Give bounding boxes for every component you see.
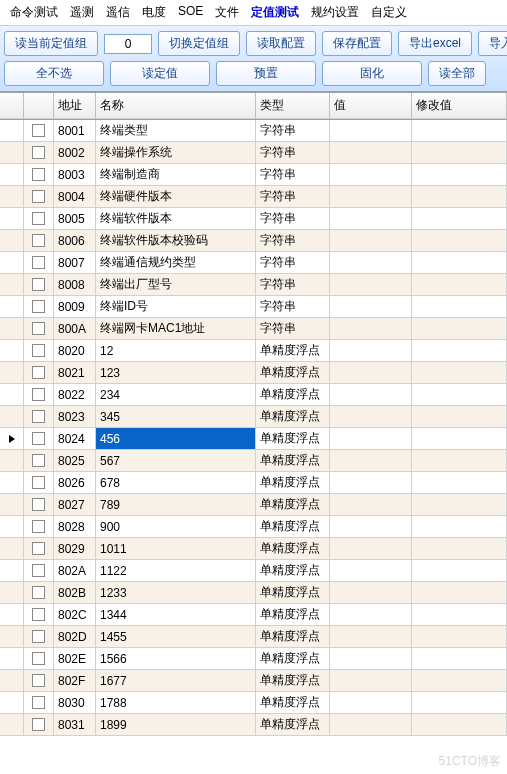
cell-value[interactable] xyxy=(330,230,412,252)
cell-name[interactable]: 900 xyxy=(96,516,256,538)
row-checkbox[interactable] xyxy=(32,124,45,137)
menu-item-5[interactable]: 文件 xyxy=(209,2,245,23)
cell-type[interactable]: 单精度浮点 xyxy=(256,670,330,692)
cell-type[interactable]: 单精度浮点 xyxy=(256,384,330,406)
cell-name[interactable]: 终端网卡MAC1地址 xyxy=(96,318,256,340)
row-checkbox[interactable] xyxy=(32,212,45,225)
row-checkbox[interactable] xyxy=(32,674,45,687)
cell-address[interactable]: 802F xyxy=(54,670,96,692)
cell-value[interactable] xyxy=(330,692,412,714)
row-checkbox[interactable] xyxy=(32,520,45,533)
cell-type[interactable]: 字符串 xyxy=(256,208,330,230)
cell-mod-value[interactable] xyxy=(412,384,507,406)
cell-address[interactable]: 8008 xyxy=(54,274,96,296)
cell-mod-value[interactable] xyxy=(412,494,507,516)
cell-type[interactable]: 单精度浮点 xyxy=(256,692,330,714)
row-checkbox[interactable] xyxy=(32,278,45,291)
table-row[interactable]: 8003终端制造商字符串 xyxy=(0,164,507,186)
row-checkbox[interactable] xyxy=(32,498,45,511)
row-checkbox[interactable] xyxy=(32,696,45,709)
cell-type[interactable]: 字符串 xyxy=(256,252,330,274)
cell-address[interactable]: 802E xyxy=(54,648,96,670)
cell-type[interactable]: 单精度浮点 xyxy=(256,340,330,362)
cell-type[interactable]: 单精度浮点 xyxy=(256,626,330,648)
cell-name[interactable]: 终端制造商 xyxy=(96,164,256,186)
table-row[interactable]: 8026678单精度浮点 xyxy=(0,472,507,494)
export-excel-button[interactable]: 导出excel xyxy=(398,31,472,56)
table-row[interactable]: 8006终端软件版本校验码字符串 xyxy=(0,230,507,252)
table-row[interactable]: 8008终端出厂型号字符串 xyxy=(0,274,507,296)
import-button[interactable]: 导入 xyxy=(478,31,507,56)
cell-value[interactable] xyxy=(330,494,412,516)
table-row[interactable]: 802C1344单精度浮点 xyxy=(0,604,507,626)
cell-name[interactable]: 456 xyxy=(96,428,256,450)
table-row[interactable]: 802012单精度浮点 xyxy=(0,340,507,362)
select-none-button[interactable]: 全不选 xyxy=(4,61,104,86)
cell-address[interactable]: 8027 xyxy=(54,494,96,516)
cell-mod-value[interactable] xyxy=(412,670,507,692)
cell-value[interactable] xyxy=(330,670,412,692)
cell-name[interactable]: 终端软件版本校验码 xyxy=(96,230,256,252)
table-row[interactable]: 8002终端操作系统字符串 xyxy=(0,142,507,164)
cell-type[interactable]: 单精度浮点 xyxy=(256,648,330,670)
cell-mod-value[interactable] xyxy=(412,406,507,428)
cell-address[interactable]: 8031 xyxy=(54,714,96,736)
row-checkbox[interactable] xyxy=(32,432,45,445)
read-value-button[interactable]: 读定值 xyxy=(110,61,210,86)
cell-name[interactable]: 1233 xyxy=(96,582,256,604)
cell-name[interactable]: 1899 xyxy=(96,714,256,736)
cell-address[interactable]: 8029 xyxy=(54,538,96,560)
cell-name[interactable]: 终端通信规约类型 xyxy=(96,252,256,274)
row-checkbox[interactable] xyxy=(32,476,45,489)
row-checkbox[interactable] xyxy=(32,190,45,203)
save-config-button[interactable]: 保存配置 xyxy=(322,31,392,56)
table-row[interactable]: 8004终端硬件版本字符串 xyxy=(0,186,507,208)
cell-name[interactable]: 1344 xyxy=(96,604,256,626)
row-checkbox[interactable] xyxy=(32,388,45,401)
cell-type[interactable]: 单精度浮点 xyxy=(256,450,330,472)
cell-type[interactable]: 单精度浮点 xyxy=(256,428,330,450)
cell-mod-value[interactable] xyxy=(412,252,507,274)
cell-value[interactable] xyxy=(330,274,412,296)
table-row[interactable]: 8001终端类型字符串 xyxy=(0,120,507,142)
read-all-button[interactable]: 读全部 xyxy=(428,61,486,86)
cell-name[interactable]: 终端ID号 xyxy=(96,296,256,318)
cell-value[interactable] xyxy=(330,516,412,538)
cell-name[interactable]: 567 xyxy=(96,450,256,472)
cell-type[interactable]: 单精度浮点 xyxy=(256,714,330,736)
table-row[interactable]: 802B1233单精度浮点 xyxy=(0,582,507,604)
header-type[interactable]: 类型 xyxy=(256,93,330,119)
cell-name[interactable]: 终端出厂型号 xyxy=(96,274,256,296)
cell-mod-value[interactable] xyxy=(412,692,507,714)
cell-address[interactable]: 8030 xyxy=(54,692,96,714)
cell-name[interactable]: 789 xyxy=(96,494,256,516)
row-checkbox[interactable] xyxy=(32,454,45,467)
cell-mod-value[interactable] xyxy=(412,604,507,626)
row-checkbox[interactable] xyxy=(32,608,45,621)
cell-value[interactable] xyxy=(330,428,412,450)
row-checkbox[interactable] xyxy=(32,366,45,379)
cell-value[interactable] xyxy=(330,384,412,406)
cell-address[interactable]: 802D xyxy=(54,626,96,648)
cell-value[interactable] xyxy=(330,406,412,428)
table-row[interactable]: 8007终端通信规约类型字符串 xyxy=(0,252,507,274)
cell-mod-value[interactable] xyxy=(412,230,507,252)
cell-type[interactable]: 字符串 xyxy=(256,230,330,252)
cell-name[interactable]: 终端硬件版本 xyxy=(96,186,256,208)
row-checkbox[interactable] xyxy=(32,300,45,313)
cell-name[interactable]: 1455 xyxy=(96,626,256,648)
cell-value[interactable] xyxy=(330,604,412,626)
cell-value[interactable] xyxy=(330,252,412,274)
cell-value[interactable] xyxy=(330,340,412,362)
menu-item-7[interactable]: 规约设置 xyxy=(305,2,365,23)
cell-address[interactable]: 8007 xyxy=(54,252,96,274)
table-row[interactable]: 8027789单精度浮点 xyxy=(0,494,507,516)
cell-mod-value[interactable] xyxy=(412,516,507,538)
cell-value[interactable] xyxy=(330,164,412,186)
menu-item-6[interactable]: 定值测试 xyxy=(245,2,305,23)
cell-type[interactable]: 字符串 xyxy=(256,142,330,164)
cell-mod-value[interactable] xyxy=(412,142,507,164)
cell-address[interactable]: 8005 xyxy=(54,208,96,230)
cell-type[interactable]: 单精度浮点 xyxy=(256,538,330,560)
cell-mod-value[interactable] xyxy=(412,164,507,186)
